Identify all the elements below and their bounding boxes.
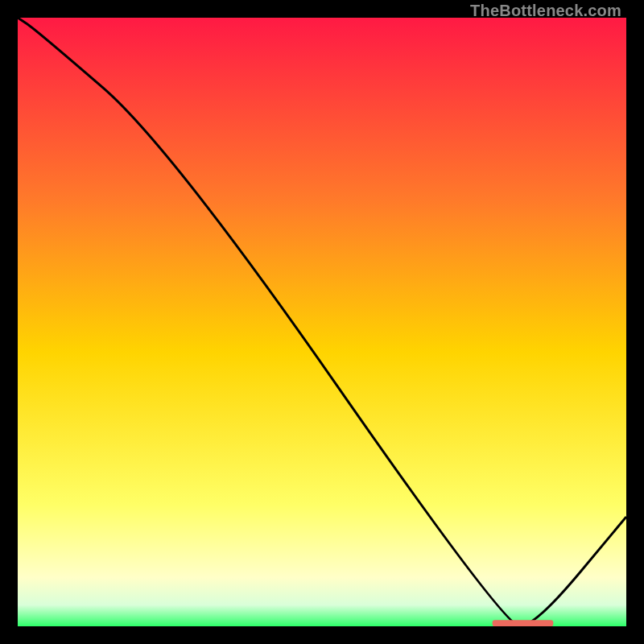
optimal-range-marker	[493, 620, 554, 626]
chart-frame	[18, 18, 626, 626]
bottleneck-chart	[18, 18, 626, 626]
gradient-background	[18, 18, 626, 626]
